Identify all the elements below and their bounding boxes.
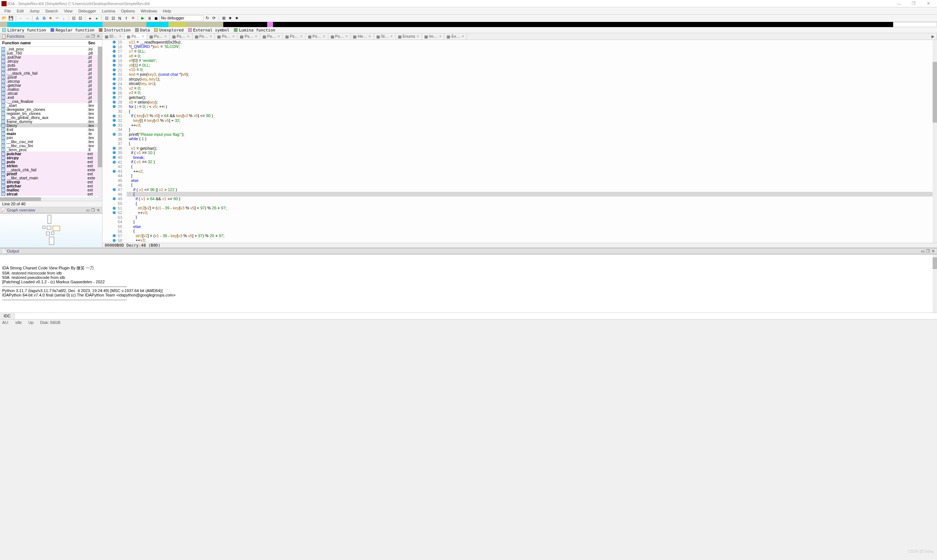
- tab[interactable]: ▦Ps…×: [328, 33, 351, 40]
- tool-icon[interactable]: ✕: [130, 15, 136, 21]
- tab[interactable]: ▦Ps…×: [306, 33, 328, 40]
- line-number[interactable]: 27: [103, 95, 125, 100]
- line-number[interactable]: 57: [103, 234, 125, 238]
- tab[interactable]: ▦Enums×: [395, 33, 422, 40]
- scrollbar[interactable]: [932, 40, 937, 243]
- code-line[interactable]: v9[1] = 0LL;: [127, 63, 937, 68]
- code-line[interactable]: ++v3;: [127, 238, 937, 243]
- breakpoint-dot-icon[interactable]: [113, 50, 115, 53]
- line-number[interactable]: 38: [103, 146, 125, 151]
- line-number[interactable]: 48: [103, 192, 125, 197]
- menu-edit[interactable]: Edit: [14, 9, 27, 13]
- code-line[interactable]: getchar();: [127, 95, 937, 100]
- line-number[interactable]: 47: [103, 188, 125, 192]
- scrollbar[interactable]: [932, 254, 937, 312]
- line-number[interactable]: 45: [103, 178, 125, 183]
- function-row[interactable]: f.putchar.pl: [0, 55, 102, 59]
- breakpoint-dot-icon[interactable]: [113, 87, 115, 90]
- panel-close-button[interactable]: ✕: [95, 34, 101, 39]
- line-number[interactable]: 51: [103, 206, 125, 211]
- line-number[interactable]: 44: [103, 174, 125, 178]
- line-number[interactable]: 41: [103, 160, 125, 165]
- tab-close-icon[interactable]: ×: [209, 34, 212, 38]
- tool-icon[interactable]: ↻: [204, 15, 210, 21]
- line-number[interactable]: 20: [103, 63, 125, 68]
- panel-dock-button[interactable]: ▭: [920, 249, 925, 254]
- code-line[interactable]: ++v3;: [127, 211, 937, 215]
- tab[interactable]: ▦He…×: [351, 33, 374, 40]
- line-number[interactable]: 29: [103, 104, 125, 109]
- maximize-button[interactable]: ❐: [906, 1, 921, 6]
- function-row[interactable]: fstrcatext: [0, 192, 102, 196]
- tool-icon[interactable]: A: [34, 15, 40, 21]
- function-row[interactable]: f_start.tex: [0, 103, 102, 107]
- close-button[interactable]: ✕: [921, 1, 935, 6]
- breakpoint-dot-icon[interactable]: [113, 41, 115, 43]
- menu-jump[interactable]: Jump: [27, 9, 43, 13]
- breakpoint-dot-icon[interactable]: [113, 188, 115, 191]
- col-function-name[interactable]: Function name: [0, 40, 88, 46]
- function-row[interactable]: fframe_dummy.tex: [0, 119, 102, 123]
- panel-close-button[interactable]: ✕: [95, 208, 101, 213]
- tab[interactable]: ▦Ps…×: [215, 33, 237, 40]
- panel-close-button[interactable]: ✕: [931, 249, 935, 254]
- line-number[interactable]: 17: [103, 49, 125, 54]
- panel-dock-button[interactable]: ▭: [85, 208, 91, 213]
- graph-overview-canvas[interactable]: [0, 213, 102, 248]
- tab[interactable]: ▦Ps…×: [192, 33, 215, 40]
- tool-icon[interactable]: ●: [94, 15, 100, 21]
- tool-icon[interactable]: ⊡: [103, 15, 109, 21]
- menu-file[interactable]: File: [2, 9, 14, 13]
- tab[interactable]: ▦Ps…×: [147, 33, 170, 40]
- function-row[interactable]: f.malloc.pl: [0, 87, 102, 91]
- line-number[interactable]: 31: [103, 114, 125, 118]
- breakpoint-dot-icon[interactable]: [113, 161, 115, 164]
- code-line[interactable]: }: [127, 128, 937, 132]
- tab-close-icon[interactable]: ×: [390, 34, 393, 38]
- breakpoint-dot-icon[interactable]: [113, 211, 115, 214]
- code-line[interactable]: while ( 1 ): [127, 137, 937, 141]
- debugger-select[interactable]: No debugger: [160, 15, 203, 21]
- function-row[interactable]: f.__stack_chk_fail.pl: [0, 71, 102, 75]
- tab[interactable]: ▦Ps…×: [170, 33, 192, 40]
- scrollbar[interactable]: [98, 47, 102, 197]
- line-number[interactable]: 26: [103, 91, 125, 95]
- code-line[interactable]: strcat(key, src);: [127, 81, 937, 86]
- line-number[interactable]: 54: [103, 220, 125, 225]
- code-line[interactable]: ++v3;: [127, 123, 937, 128]
- code-line[interactable]: {: [127, 183, 937, 188]
- tab[interactable]: ▦Ps…×: [125, 33, 147, 40]
- function-row[interactable]: f.getchar.pl: [0, 83, 102, 87]
- function-row[interactable]: f__libc_csu_fini.tex: [0, 143, 102, 148]
- line-number[interactable]: 37: [103, 141, 125, 146]
- function-row[interactable]: f.puts.pl: [0, 63, 102, 67]
- panel-restore-button[interactable]: ❐: [91, 208, 95, 213]
- function-row[interactable]: f__do_global_dtors_aux.tex: [0, 115, 102, 119]
- code-line[interactable]: break;: [127, 155, 937, 160]
- function-row[interactable]: fstrcmpext: [0, 180, 102, 184]
- jump-address-input[interactable]: [893, 22, 937, 27]
- code-line[interactable]: ++v2;: [127, 169, 937, 174]
- function-row[interactable]: fstrcpyext: [0, 155, 102, 160]
- breakpoint-dot-icon[interactable]: [113, 207, 115, 210]
- line-number[interactable]: 22: [103, 72, 125, 77]
- tab[interactable]: ▦Ps…×: [237, 33, 260, 40]
- breakpoint-dot-icon[interactable]: [113, 68, 115, 71]
- line-number[interactable]: 25: [103, 86, 125, 91]
- code-line[interactable]: *(_QWORD *)src = 'SLCDN';: [127, 44, 937, 49]
- save-icon[interactable]: 💾: [8, 15, 14, 21]
- function-row[interactable]: f_term_proc.fi: [0, 148, 102, 152]
- navigation-band[interactable]: [0, 22, 937, 27]
- panel-restore-button[interactable]: ❐: [925, 249, 931, 254]
- line-number[interactable]: 40: [103, 155, 125, 160]
- function-row[interactable]: fsub_760.plt: [0, 51, 102, 55]
- line-number[interactable]: 16: [103, 44, 125, 49]
- tool-icon[interactable]: ●: [87, 15, 93, 21]
- line-number[interactable]: 49: [103, 197, 125, 201]
- tool-icon[interactable]: f: [123, 15, 129, 21]
- code-line[interactable]: if ( v1 == 32 ): [127, 160, 937, 165]
- function-row[interactable]: f__libc_start_mainexte: [0, 176, 102, 180]
- function-row[interactable]: fExit.tex: [0, 128, 102, 131]
- code-line[interactable]: v8 = 0;: [127, 54, 937, 58]
- tab[interactable]: ▦ID…×: [103, 33, 125, 40]
